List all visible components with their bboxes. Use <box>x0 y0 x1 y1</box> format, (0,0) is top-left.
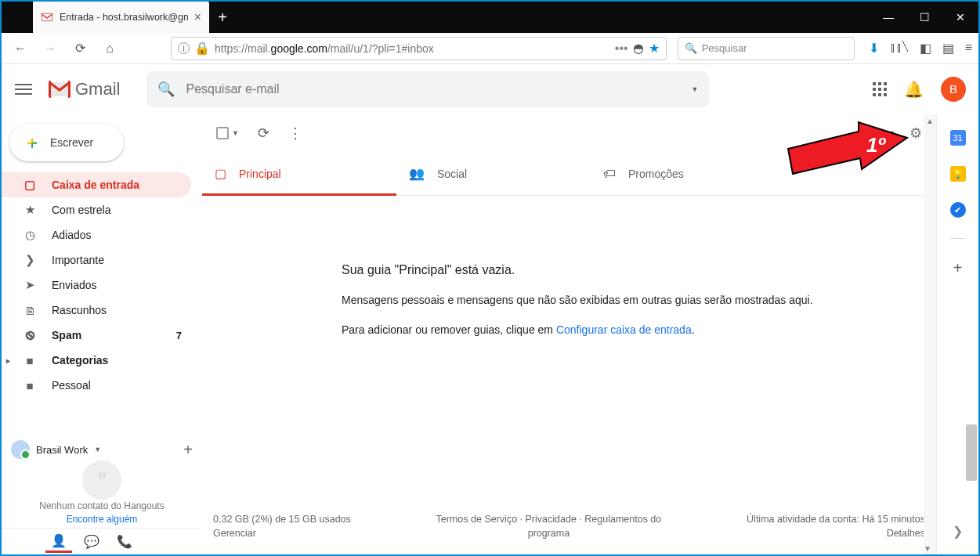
bookmark-star-icon[interactable]: ★ <box>649 41 660 56</box>
downloads-icon[interactable]: ⬇ <box>869 41 879 56</box>
nav-label: Adiados <box>52 229 92 241</box>
content-scrollbar[interactable]: ▲ ▼ <box>924 114 936 554</box>
hangouts-username: Brasil Work <box>36 444 88 456</box>
sidebar-item-rascunhos[interactable]: 🗎Rascunhos <box>2 298 191 323</box>
new-tab-button[interactable]: + <box>209 2 236 33</box>
activity-details-link[interactable]: Detalhes <box>887 528 925 539</box>
nav-icon: ◷ <box>22 228 38 242</box>
tab-primary[interactable]: ▢ Principal <box>202 152 396 195</box>
nav-icon: ■ <box>22 379 38 392</box>
url-text: https://mail.google.com/mail/u/1/?pli=1#… <box>215 42 610 55</box>
compose-label: Escrever <box>50 136 93 149</box>
hangouts-empty-text: Nenhum contato do Hangouts <box>39 500 164 511</box>
nav-label: Enviados <box>52 279 97 291</box>
lock-icon: 🔒 <box>194 41 210 56</box>
mail-toolbar: ▼ ⟳ ⋮ Pt ▼ ⚙ <box>202 114 936 152</box>
hangouts-phone-tab[interactable]: 📞 <box>111 531 138 553</box>
privacy-link[interactable]: Privacidade <box>526 514 577 525</box>
plus-icon: ＋ <box>24 131 41 154</box>
hangouts-section: Brasil Work ▼ + ❞ Nenhum contato do Hang… <box>2 434 202 528</box>
scroll-down-icon[interactable]: ▼ <box>924 542 931 554</box>
sidebar-item-spam[interactable]: 🛇Spam7 <box>2 323 191 348</box>
notifications-icon[interactable]: 🔔 <box>904 80 924 99</box>
empty-line2: Para adicionar ou remover guias, clique … <box>342 321 860 338</box>
calendar-addon-icon[interactable]: 31 <box>950 130 966 146</box>
sidebar-item-importante[interactable]: ❯Importante <box>2 247 191 273</box>
url-field[interactable]: i 🔒 https://mail.google.com/mail/u/1/?pl… <box>171 37 667 60</box>
account-avatar[interactable]: B <box>941 77 966 102</box>
gmail-logo[interactable]: Gmail <box>49 79 120 99</box>
people-icon: 👥 <box>409 166 425 181</box>
collapse-sidepanel-icon[interactable]: ❯ <box>953 524 963 539</box>
hangouts-user[interactable]: Brasil Work ▼ + <box>11 440 193 459</box>
inbox-icon: ▢ <box>215 166 226 181</box>
refresh-button[interactable]: ⟳ <box>258 125 269 142</box>
gmail-search[interactable]: 🔍 ▼ <box>146 71 709 107</box>
more-actions-button[interactable]: ⋮ <box>288 125 301 142</box>
page-actions-icon[interactable]: ••• <box>615 42 628 56</box>
mail-pane: ▼ ⟳ ⋮ Pt ▼ ⚙ ▢ Principal 👥 Social <box>202 114 936 554</box>
sidebar-item-enviados[interactable]: ➤Enviados <box>2 273 191 298</box>
hangouts-chat-tab[interactable]: 💬 <box>78 531 105 553</box>
nav-label: Importante <box>52 254 104 266</box>
gmail-search-input[interactable] <box>186 82 680 96</box>
home-button[interactable]: ⌂ <box>97 36 122 61</box>
reader-icon[interactable]: ▤ <box>942 41 954 56</box>
gmail-header: Gmail 🔍 ▼ 🔔 B <box>2 64 978 114</box>
scroll-up-icon[interactable]: ▲ <box>924 114 936 127</box>
back-button[interactable]: ← <box>8 36 33 61</box>
keep-addon-icon[interactable]: 💡 <box>950 166 966 182</box>
hangouts-find-link[interactable]: Encontre alguém <box>67 514 138 525</box>
configure-inbox-link[interactable]: Configurar caixa de entrada <box>556 323 692 336</box>
addons-sidepanel: 31 💡 ✔ + ❯ <box>936 114 978 554</box>
tab-promotions[interactable]: 🏷 Promoções <box>591 152 785 195</box>
close-window-button[interactable]: ✕ <box>942 2 978 33</box>
empty-state: Sua guia "Principal" está vazia. Mensage… <box>202 196 891 366</box>
sidebar-item-adiados[interactable]: ◷Adiados <box>2 222 191 247</box>
tasks-addon-icon[interactable]: ✔ <box>950 202 966 218</box>
window-controls: — ☐ ✕ <box>870 2 978 33</box>
category-tabs: ▢ Principal 👥 Social 🏷 Promoções <box>202 152 936 196</box>
browser-search-field[interactable]: 🔍 Pesquisar <box>678 37 855 60</box>
storage-info: 0,32 GB (2%) de 15 GB usados Gerenciar <box>213 512 351 540</box>
sidebar-item-caixa-de-entrada[interactable]: ▢Caixa de entrada <box>2 172 191 197</box>
gmail-m-icon <box>49 81 71 98</box>
close-icon[interactable]: × <box>194 10 201 24</box>
search-placeholder: Pesquisar <box>702 42 747 54</box>
hangouts-quote-icon: ❞ <box>82 460 121 500</box>
sidebar-item-categorias[interactable]: ▸■Categorias <box>2 348 191 373</box>
forward-button[interactable]: → <box>38 36 63 61</box>
minimize-button[interactable]: — <box>870 2 906 33</box>
tab-title: Entrada - host.brasilwork@gma <box>60 12 188 23</box>
manage-storage-link[interactable]: Gerenciar <box>213 528 256 539</box>
library-icon[interactable]: ⫿⫿⧹ <box>890 41 909 56</box>
settings-gear-icon[interactable]: ⚙ <box>909 125 922 142</box>
chevron-down-icon[interactable]: ▼ <box>94 446 101 453</box>
nav-icon: ▢ <box>22 178 38 192</box>
menu-icon[interactable]: ≡ <box>965 41 972 56</box>
reload-button[interactable]: ⟳ <box>67 36 92 61</box>
get-addons-button[interactable]: + <box>953 259 963 277</box>
maximize-button[interactable]: ☐ <box>906 2 942 33</box>
main-menu-icon[interactable] <box>14 80 33 99</box>
sidebar-item-com-estrela[interactable]: ★Com estrela <box>2 197 191 222</box>
new-conversation-button[interactable]: + <box>183 441 193 459</box>
browser-tab[interactable]: Entrada - host.brasilwork@gma × <box>33 2 209 33</box>
hangouts-contacts-tab[interactable]: 👤 <box>45 531 72 553</box>
input-tools-button[interactable]: Pt ▼ <box>877 128 895 139</box>
select-all-checkbox[interactable]: ▼ <box>216 127 239 139</box>
tab-social[interactable]: 👥 Social <box>396 152 591 195</box>
search-options-icon[interactable]: ▼ <box>692 85 699 93</box>
compose-button[interactable]: ＋ Escrever <box>9 124 124 161</box>
expand-icon: ▸ <box>6 356 10 365</box>
divider <box>950 238 966 239</box>
sidebar-icon[interactable]: ◧ <box>920 41 931 56</box>
sidebar-item-pessoal[interactable]: ■Pessoal <box>2 373 191 398</box>
hangouts-tabs: 👤 💬 📞 <box>2 528 202 554</box>
terms-link[interactable]: Termos de Serviço <box>436 514 518 525</box>
shield-icon[interactable]: ◓ <box>633 41 644 56</box>
titlebar: Entrada - host.brasilwork@gma × + — ☐ ✕ <box>2 2 978 33</box>
search-icon: 🔍 <box>685 42 697 54</box>
google-apps-icon[interactable] <box>873 82 887 96</box>
site-info-icon[interactable]: i <box>178 42 190 54</box>
